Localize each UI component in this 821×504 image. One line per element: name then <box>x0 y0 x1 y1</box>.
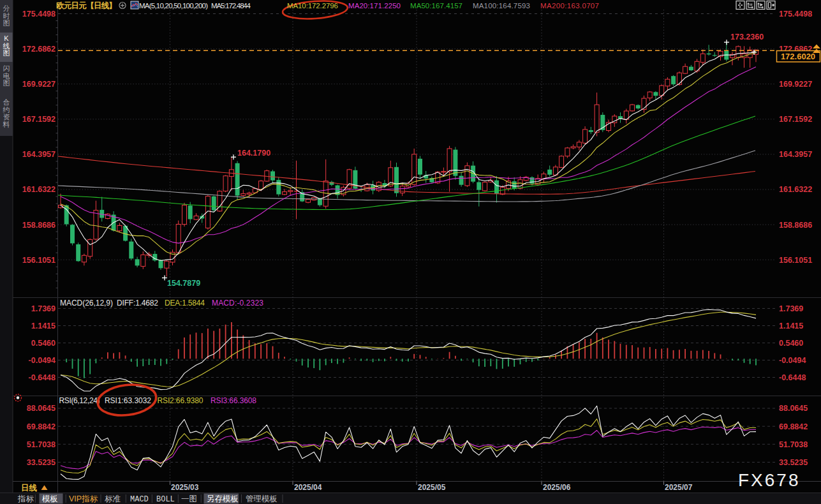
svg-text:一图: 一图 <box>181 494 197 503</box>
svg-text:RSI2:66.9380: RSI2:66.9380 <box>158 396 203 405</box>
svg-text:33.5235: 33.5235 <box>27 458 55 467</box>
svg-text:158.8686: 158.8686 <box>22 221 55 230</box>
svg-text:BOLL: BOLL <box>156 495 175 504</box>
svg-text:164.3957: 164.3957 <box>22 150 55 159</box>
svg-text:1.1415: 1.1415 <box>779 322 803 330</box>
svg-text:169.9227: 169.9227 <box>779 80 812 89</box>
svg-text:料: 料 <box>3 121 10 128</box>
svg-text:164.1790: 164.1790 <box>237 149 270 158</box>
svg-text:161.6322: 161.6322 <box>779 185 812 194</box>
svg-text:175.4498: 175.4498 <box>779 10 812 19</box>
svg-text:图: 图 <box>3 19 10 27</box>
svg-text:MA(5,10,20,50,100,200): MA(5,10,20,50,100,200) <box>139 2 208 10</box>
svg-text:分: 分 <box>3 4 10 12</box>
svg-text:欧元日元【日线】: 欧元日元【日线】 <box>56 1 117 10</box>
svg-text:RSI(6,12,24): RSI(6,12,24) <box>59 396 100 405</box>
svg-text:-0.6448: -0.6448 <box>29 373 55 382</box>
svg-text:MA10:172.2796: MA10:172.2796 <box>287 2 338 10</box>
svg-text:172.6862: 172.6862 <box>22 45 55 54</box>
svg-text:图: 图 <box>3 79 10 87</box>
svg-text:69.8842: 69.8842 <box>27 422 55 431</box>
svg-text:175.4498: 175.4498 <box>22 10 55 19</box>
svg-text:MA20:171.2250: MA20:171.2250 <box>348 2 401 10</box>
svg-text:51.7038: 51.7038 <box>779 440 808 449</box>
svg-text:88.0645: 88.0645 <box>27 404 55 413</box>
svg-text:-0.6448: -0.6448 <box>779 373 806 382</box>
svg-text:指标: 指标 <box>17 494 34 503</box>
svg-text:标准: 标准 <box>105 494 121 503</box>
svg-text:RSI3:66.3608: RSI3:66.3608 <box>211 396 256 405</box>
svg-text:MACD: MACD <box>130 495 149 504</box>
svg-text:1.7369: 1.7369 <box>31 304 55 313</box>
svg-text:MACD:-0.2323: MACD:-0.2323 <box>212 299 263 308</box>
svg-text:MA100:164.7593: MA100:164.7593 <box>473 2 530 10</box>
svg-text:161.6322: 161.6322 <box>22 185 55 194</box>
svg-text:MA5:172.4844: MA5:172.4844 <box>211 2 251 10</box>
svg-text:167.1592: 167.1592 <box>22 115 55 124</box>
svg-text:158.8686: 158.8686 <box>779 221 812 230</box>
svg-text:-0.0494: -0.0494 <box>779 356 806 365</box>
svg-text:MA200:163.0707: MA200:163.0707 <box>540 2 599 10</box>
svg-text:管理模板: 管理模板 <box>246 494 277 503</box>
svg-text:51.7038: 51.7038 <box>27 440 55 449</box>
svg-text:DEA:1.5844: DEA:1.5844 <box>165 299 205 308</box>
svg-text:1.1415: 1.1415 <box>31 322 55 330</box>
svg-text:1.7369: 1.7369 <box>779 304 803 313</box>
svg-text:2025/07: 2025/07 <box>665 483 693 492</box>
svg-text:167.1592: 167.1592 <box>779 115 812 124</box>
svg-text:156.1051: 156.1051 <box>22 256 55 265</box>
svg-text:资: 资 <box>3 113 10 121</box>
svg-text:154.7879: 154.7879 <box>167 279 200 288</box>
svg-text:模板: 模板 <box>41 494 58 503</box>
svg-text:-0.0494: -0.0494 <box>29 356 55 365</box>
svg-text:2025/04: 2025/04 <box>294 483 322 492</box>
svg-text:0.5460: 0.5460 <box>779 339 803 348</box>
svg-text:MA50:167.4157: MA50:167.4157 <box>410 2 462 10</box>
svg-text:0.5460: 0.5460 <box>31 339 55 348</box>
svg-text:173.2360: 173.2360 <box>730 33 764 41</box>
svg-text:172.6020: 172.6020 <box>781 52 815 61</box>
svg-text:2025/05: 2025/05 <box>418 483 446 492</box>
svg-text:日线: 日线 <box>21 484 38 493</box>
svg-text:图: 图 <box>3 49 10 57</box>
svg-text:DIFF:1.4682: DIFF:1.4682 <box>117 299 158 308</box>
svg-text:69.8842: 69.8842 <box>779 422 808 431</box>
svg-text:2025/03: 2025/03 <box>171 483 199 492</box>
svg-text:169.9227: 169.9227 <box>22 80 55 89</box>
svg-text:MACD(26,12,9): MACD(26,12,9) <box>60 299 113 308</box>
svg-text:156.1051: 156.1051 <box>779 256 812 265</box>
svg-text:VIP指标: VIP指标 <box>69 494 98 503</box>
svg-text:闪: 闪 <box>3 64 10 72</box>
svg-text:另存模板: 另存模板 <box>207 494 239 503</box>
svg-text:33.5235: 33.5235 <box>779 458 808 467</box>
svg-text:FX678: FX678 <box>738 470 801 490</box>
svg-text:K: K <box>4 34 9 42</box>
svg-text:2025/06: 2025/06 <box>543 483 571 492</box>
svg-text:164.3957: 164.3957 <box>779 150 812 159</box>
svg-text:88.0645: 88.0645 <box>779 404 808 413</box>
svg-text:合: 合 <box>3 98 10 106</box>
svg-text:RSI1:63.3032: RSI1:63.3032 <box>105 396 151 405</box>
